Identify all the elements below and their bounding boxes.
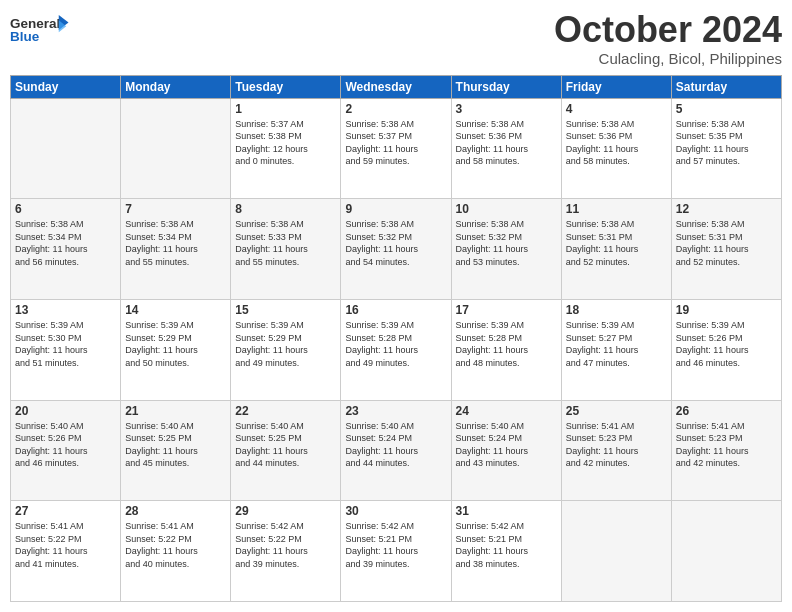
cell-info: Sunrise: 5:39 AM Sunset: 5:27 PM Dayligh… xyxy=(566,319,667,369)
day-number: 12 xyxy=(676,202,777,216)
day-number: 8 xyxy=(235,202,336,216)
cell-info: Sunrise: 5:42 AM Sunset: 5:21 PM Dayligh… xyxy=(456,520,557,570)
page-container: General Blue October 2024 Culacling, Bic… xyxy=(0,0,792,612)
cell-info: Sunrise: 5:41 AM Sunset: 5:23 PM Dayligh… xyxy=(566,420,667,470)
calendar-cell: 10Sunrise: 5:38 AM Sunset: 5:32 PM Dayli… xyxy=(451,199,561,300)
svg-text:Blue: Blue xyxy=(10,29,40,44)
calendar-cell: 15Sunrise: 5:39 AM Sunset: 5:29 PM Dayli… xyxy=(231,299,341,400)
calendar-cell: 2Sunrise: 5:38 AM Sunset: 5:37 PM Daylig… xyxy=(341,98,451,199)
cell-info: Sunrise: 5:38 AM Sunset: 5:32 PM Dayligh… xyxy=(345,218,446,268)
title-block: October 2024 Culacling, Bicol, Philippin… xyxy=(554,10,782,67)
calendar-cell: 8Sunrise: 5:38 AM Sunset: 5:33 PM Daylig… xyxy=(231,199,341,300)
cell-info: Sunrise: 5:40 AM Sunset: 5:25 PM Dayligh… xyxy=(125,420,226,470)
day-number: 20 xyxy=(15,404,116,418)
cell-info: Sunrise: 5:39 AM Sunset: 5:28 PM Dayligh… xyxy=(345,319,446,369)
calendar-week-row: 1Sunrise: 5:37 AM Sunset: 5:38 PM Daylig… xyxy=(11,98,782,199)
day-number: 31 xyxy=(456,504,557,518)
month-title: October 2024 xyxy=(554,10,782,50)
day-number: 6 xyxy=(15,202,116,216)
weekday-header-sunday: Sunday xyxy=(11,75,121,98)
cell-info: Sunrise: 5:40 AM Sunset: 5:25 PM Dayligh… xyxy=(235,420,336,470)
header: General Blue October 2024 Culacling, Bic… xyxy=(10,10,782,67)
cell-info: Sunrise: 5:38 AM Sunset: 5:34 PM Dayligh… xyxy=(15,218,116,268)
cell-info: Sunrise: 5:38 AM Sunset: 5:33 PM Dayligh… xyxy=(235,218,336,268)
calendar-cell: 9Sunrise: 5:38 AM Sunset: 5:32 PM Daylig… xyxy=(341,199,451,300)
cell-info: Sunrise: 5:41 AM Sunset: 5:22 PM Dayligh… xyxy=(15,520,116,570)
weekday-header-monday: Monday xyxy=(121,75,231,98)
day-number: 17 xyxy=(456,303,557,317)
cell-info: Sunrise: 5:42 AM Sunset: 5:21 PM Dayligh… xyxy=(345,520,446,570)
calendar-cell: 27Sunrise: 5:41 AM Sunset: 5:22 PM Dayli… xyxy=(11,501,121,602)
day-number: 27 xyxy=(15,504,116,518)
calendar-cell: 4Sunrise: 5:38 AM Sunset: 5:36 PM Daylig… xyxy=(561,98,671,199)
calendar-cell: 21Sunrise: 5:40 AM Sunset: 5:25 PM Dayli… xyxy=(121,400,231,501)
day-number: 11 xyxy=(566,202,667,216)
cell-info: Sunrise: 5:40 AM Sunset: 5:24 PM Dayligh… xyxy=(456,420,557,470)
day-number: 7 xyxy=(125,202,226,216)
day-number: 30 xyxy=(345,504,446,518)
cell-info: Sunrise: 5:39 AM Sunset: 5:29 PM Dayligh… xyxy=(125,319,226,369)
calendar-cell xyxy=(121,98,231,199)
calendar-cell: 24Sunrise: 5:40 AM Sunset: 5:24 PM Dayli… xyxy=(451,400,561,501)
day-number: 14 xyxy=(125,303,226,317)
cell-info: Sunrise: 5:42 AM Sunset: 5:22 PM Dayligh… xyxy=(235,520,336,570)
weekday-header-saturday: Saturday xyxy=(671,75,781,98)
day-number: 19 xyxy=(676,303,777,317)
cell-info: Sunrise: 5:41 AM Sunset: 5:22 PM Dayligh… xyxy=(125,520,226,570)
cell-info: Sunrise: 5:38 AM Sunset: 5:36 PM Dayligh… xyxy=(566,118,667,168)
cell-info: Sunrise: 5:40 AM Sunset: 5:26 PM Dayligh… xyxy=(15,420,116,470)
day-number: 9 xyxy=(345,202,446,216)
cell-info: Sunrise: 5:39 AM Sunset: 5:28 PM Dayligh… xyxy=(456,319,557,369)
weekday-header-thursday: Thursday xyxy=(451,75,561,98)
calendar-cell: 12Sunrise: 5:38 AM Sunset: 5:31 PM Dayli… xyxy=(671,199,781,300)
calendar-cell: 20Sunrise: 5:40 AM Sunset: 5:26 PM Dayli… xyxy=(11,400,121,501)
logo: General Blue xyxy=(10,10,70,50)
calendar-cell: 17Sunrise: 5:39 AM Sunset: 5:28 PM Dayli… xyxy=(451,299,561,400)
calendar-week-row: 6Sunrise: 5:38 AM Sunset: 5:34 PM Daylig… xyxy=(11,199,782,300)
calendar-cell: 25Sunrise: 5:41 AM Sunset: 5:23 PM Dayli… xyxy=(561,400,671,501)
day-number: 10 xyxy=(456,202,557,216)
calendar-cell: 18Sunrise: 5:39 AM Sunset: 5:27 PM Dayli… xyxy=(561,299,671,400)
calendar-cell: 7Sunrise: 5:38 AM Sunset: 5:34 PM Daylig… xyxy=(121,199,231,300)
calendar-cell: 14Sunrise: 5:39 AM Sunset: 5:29 PM Dayli… xyxy=(121,299,231,400)
day-number: 3 xyxy=(456,102,557,116)
day-number: 29 xyxy=(235,504,336,518)
cell-info: Sunrise: 5:39 AM Sunset: 5:30 PM Dayligh… xyxy=(15,319,116,369)
day-number: 21 xyxy=(125,404,226,418)
calendar-cell: 3Sunrise: 5:38 AM Sunset: 5:36 PM Daylig… xyxy=(451,98,561,199)
day-number: 18 xyxy=(566,303,667,317)
day-number: 24 xyxy=(456,404,557,418)
weekday-header-tuesday: Tuesday xyxy=(231,75,341,98)
day-number: 13 xyxy=(15,303,116,317)
calendar-week-row: 20Sunrise: 5:40 AM Sunset: 5:26 PM Dayli… xyxy=(11,400,782,501)
calendar-table: SundayMondayTuesdayWednesdayThursdayFrid… xyxy=(10,75,782,602)
cell-info: Sunrise: 5:38 AM Sunset: 5:35 PM Dayligh… xyxy=(676,118,777,168)
cell-info: Sunrise: 5:38 AM Sunset: 5:32 PM Dayligh… xyxy=(456,218,557,268)
calendar-cell: 28Sunrise: 5:41 AM Sunset: 5:22 PM Dayli… xyxy=(121,501,231,602)
cell-info: Sunrise: 5:41 AM Sunset: 5:23 PM Dayligh… xyxy=(676,420,777,470)
day-number: 26 xyxy=(676,404,777,418)
day-number: 28 xyxy=(125,504,226,518)
calendar-cell: 11Sunrise: 5:38 AM Sunset: 5:31 PM Dayli… xyxy=(561,199,671,300)
day-number: 4 xyxy=(566,102,667,116)
calendar-cell xyxy=(671,501,781,602)
day-number: 25 xyxy=(566,404,667,418)
calendar-cell: 22Sunrise: 5:40 AM Sunset: 5:25 PM Dayli… xyxy=(231,400,341,501)
cell-info: Sunrise: 5:40 AM Sunset: 5:24 PM Dayligh… xyxy=(345,420,446,470)
day-number: 1 xyxy=(235,102,336,116)
cell-info: Sunrise: 5:38 AM Sunset: 5:36 PM Dayligh… xyxy=(456,118,557,168)
calendar-cell: 23Sunrise: 5:40 AM Sunset: 5:24 PM Dayli… xyxy=(341,400,451,501)
weekday-header-wednesday: Wednesday xyxy=(341,75,451,98)
calendar-cell xyxy=(11,98,121,199)
calendar-cell: 13Sunrise: 5:39 AM Sunset: 5:30 PM Dayli… xyxy=(11,299,121,400)
cell-info: Sunrise: 5:39 AM Sunset: 5:26 PM Dayligh… xyxy=(676,319,777,369)
calendar-cell: 19Sunrise: 5:39 AM Sunset: 5:26 PM Dayli… xyxy=(671,299,781,400)
calendar-cell: 5Sunrise: 5:38 AM Sunset: 5:35 PM Daylig… xyxy=(671,98,781,199)
svg-text:General: General xyxy=(10,16,60,31)
calendar-week-row: 13Sunrise: 5:39 AM Sunset: 5:30 PM Dayli… xyxy=(11,299,782,400)
calendar-cell: 29Sunrise: 5:42 AM Sunset: 5:22 PM Dayli… xyxy=(231,501,341,602)
calendar-cell: 31Sunrise: 5:42 AM Sunset: 5:21 PM Dayli… xyxy=(451,501,561,602)
calendar-cell xyxy=(561,501,671,602)
calendar-week-row: 27Sunrise: 5:41 AM Sunset: 5:22 PM Dayli… xyxy=(11,501,782,602)
day-number: 15 xyxy=(235,303,336,317)
